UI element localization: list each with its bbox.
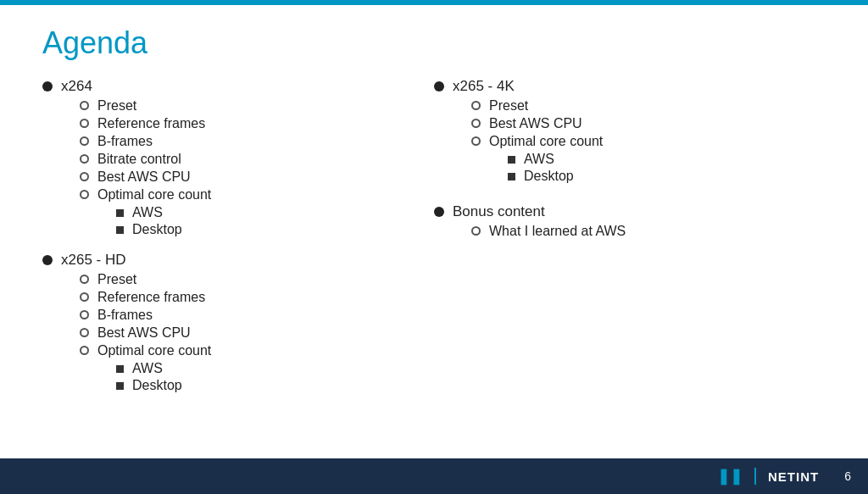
item-label: What I learned at AWS — [489, 224, 826, 239]
list-item: Bitrate control — [80, 152, 434, 167]
list-item: AWS — [116, 205, 434, 220]
bullet-empty — [80, 119, 89, 128]
columns-container: x264 Preset Reference frames — [42, 78, 826, 406]
bullet-empty — [80, 190, 89, 199]
bullet-square — [508, 173, 515, 180]
bullet-empty — [80, 154, 89, 164]
list-level2: What I learned at AWS — [471, 224, 826, 239]
list-item: Desktop — [116, 222, 434, 237]
list-item: Optimal core count AWS Deskt — [471, 134, 826, 186]
item-label: Preset — [489, 98, 826, 114]
logo-text: NETINT — [768, 469, 819, 484]
bullet-empty — [471, 119, 481, 128]
bullet-empty — [471, 101, 481, 110]
logo-area: ❚❚ NETINT — [717, 467, 819, 486]
item-label: Desktop — [132, 222, 434, 237]
item-label: Best AWS CPU — [97, 169, 434, 185]
item-label: AWS — [132, 361, 434, 376]
bullet-empty — [80, 292, 89, 302]
list-item: Desktop — [508, 169, 826, 184]
list-item: Best AWS CPU — [471, 116, 826, 131]
list-item: Preset — [471, 98, 826, 114]
left-list-level1: x264 Preset Reference frames — [42, 78, 434, 397]
page-number: 6 — [844, 469, 851, 483]
bullet-filled — [434, 81, 444, 92]
list-level2: Preset Reference frames B-frames — [80, 98, 434, 239]
bullet-square — [116, 209, 124, 217]
item-label: Desktop — [524, 169, 826, 184]
item-label: AWS — [132, 205, 434, 220]
list-item: Preset — [80, 98, 434, 114]
bullet-empty — [80, 136, 89, 146]
item-label: Best AWS CPU — [489, 116, 826, 131]
footer-bar: ❚❚ NETINT 6 — [0, 458, 868, 494]
page-title: Agenda — [42, 25, 826, 61]
item-label: x265 - HD — [61, 252, 126, 268]
list-item: x265 - 4K Preset Best AWS CPU — [434, 78, 826, 188]
list-level3: AWS Desktop — [508, 152, 826, 184]
item-label: B-frames — [97, 134, 434, 149]
bullet-square — [508, 156, 515, 164]
item-label: Bitrate control — [97, 152, 434, 167]
bullet-filled — [42, 255, 53, 265]
list-level3: AWS Desktop — [116, 361, 434, 393]
list-item: Best AWS CPU — [80, 325, 434, 341]
item-label: Preset — [97, 98, 434, 114]
list-level3: AWS Desktop — [116, 205, 434, 237]
item-label: x265 - 4K — [453, 78, 515, 94]
bullet-empty — [80, 172, 89, 181]
list-level2: Preset Best AWS CPU Optimal core count — [471, 98, 826, 186]
item-label: Preset — [97, 272, 434, 287]
item-label: Optimal core count — [489, 134, 603, 148]
bullet-empty — [471, 136, 481, 146]
top-bar — [0, 0, 868, 5]
item-label: x264 — [61, 78, 92, 94]
bullet-square — [116, 365, 124, 373]
list-item: Best AWS CPU — [80, 169, 434, 185]
slide-content: Agenda x264 Preset — [0, 0, 868, 494]
item-label: Optimal core count — [97, 187, 211, 202]
left-column: x264 Preset Reference frames — [42, 78, 434, 406]
logo-icon: ❚❚ — [717, 467, 743, 486]
list-item: Preset — [80, 272, 434, 287]
list-level2: Preset Reference frames B-frames — [80, 272, 434, 395]
list-item: B-frames — [80, 308, 434, 323]
item-label: Desktop — [132, 378, 434, 393]
bullet-empty — [80, 310, 89, 319]
item-label: Optimal core count — [97, 343, 211, 358]
right-column: x265 - 4K Preset Best AWS CPU — [434, 78, 826, 406]
bullet-empty — [80, 101, 89, 110]
item-label: B-frames — [97, 308, 434, 323]
item-label: Reference frames — [97, 290, 434, 305]
bullet-filled — [42, 81, 53, 92]
list-item: Reference frames — [80, 116, 434, 131]
item-label: Best AWS CPU — [97, 325, 434, 341]
list-item: Optimal core count AWS Deskt — [80, 343, 434, 395]
bullet-empty — [471, 226, 481, 236]
bullet-square — [116, 382, 124, 390]
list-item: Optimal core count AWS Deskt — [80, 187, 434, 239]
list-item: x264 Preset Reference frames — [42, 78, 434, 241]
list-item: What I learned at AWS — [471, 224, 826, 239]
list-item: Desktop — [116, 378, 434, 393]
item-label: AWS — [524, 152, 826, 167]
item-label: Bonus content — [453, 203, 545, 219]
item-label: Reference frames — [97, 116, 434, 131]
bullet-empty — [80, 275, 89, 284]
bullet-filled — [434, 207, 444, 217]
list-item: Bonus content What I learned at AWS — [434, 203, 826, 241]
list-item: Reference frames — [80, 290, 434, 305]
bullet-empty — [80, 346, 89, 355]
list-item: B-frames — [80, 134, 434, 149]
logo-divider — [754, 468, 756, 485]
list-item: x265 - HD Preset Reference frames — [42, 252, 434, 397]
bullet-empty — [80, 328, 89, 337]
list-item: AWS — [116, 361, 434, 376]
right-list-level1: x265 - 4K Preset Best AWS CPU — [434, 78, 826, 241]
list-item: AWS — [508, 152, 826, 167]
bullet-square — [116, 226, 124, 234]
